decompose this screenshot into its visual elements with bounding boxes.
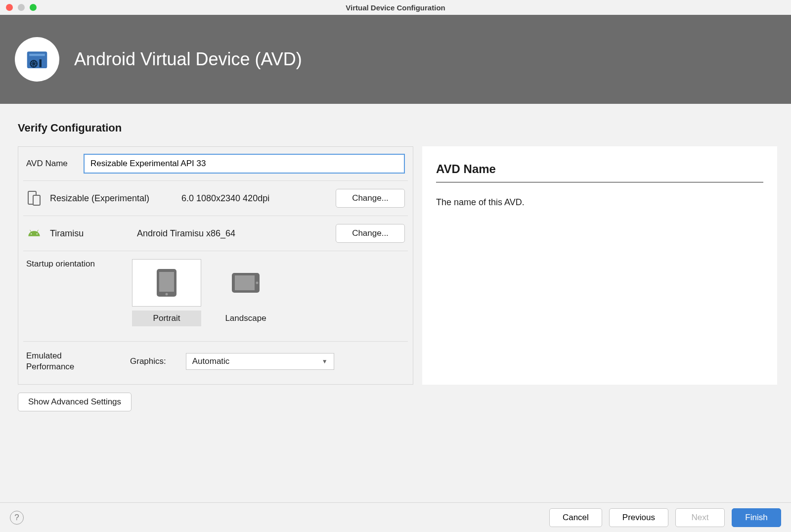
system-image-row: Tiramisu Android Tiramisu x86_64 Change.…	[18, 216, 413, 251]
resizable-device-icon	[26, 190, 42, 206]
next-button: Next	[675, 508, 725, 527]
titlebar: Virtual Device Configuration	[0, 0, 791, 15]
window-title: Virtual Device Configuration	[346, 3, 445, 12]
performance-label: Emulated Performance	[26, 351, 110, 372]
landscape-icon	[231, 272, 261, 294]
device-row: Resizable (Experimental) 6.0 1080x2340 4…	[18, 181, 413, 216]
system-image-spec: Android Tiramisu x86_64	[137, 228, 328, 239]
svg-rect-2	[40, 59, 42, 67]
window-controls	[6, 4, 37, 11]
advanced-settings-row: Show Advanced Settings	[18, 393, 777, 411]
header-banner: Android Virtual Device (AVD)	[0, 15, 791, 104]
svg-point-7	[166, 293, 168, 296]
avd-name-input[interactable]	[84, 154, 405, 174]
orientation-portrait[interactable]: Portrait	[132, 259, 201, 326]
avd-name-row: AVD Name	[18, 147, 413, 180]
footer: ? Cancel Previous Next Finish	[0, 502, 791, 532]
previous-button[interactable]: Previous	[609, 508, 668, 527]
orientation-landscape[interactable]: Landscape	[211, 259, 280, 326]
graphics-select[interactable]: Automatic ▼	[186, 353, 334, 370]
svg-rect-4	[33, 195, 40, 205]
graphics-label: Graphics:	[130, 356, 166, 366]
configuration-panel: AVD Name Resizable (Experimental) 6.0 10…	[18, 146, 413, 385]
svg-point-10	[256, 282, 259, 284]
orientation-label: Startup orientation	[26, 259, 118, 269]
device-name: Resizable (Experimental)	[50, 193, 174, 204]
android-icon	[26, 225, 42, 241]
svg-rect-6	[159, 272, 174, 292]
graphics-select-value: Automatic	[192, 356, 230, 366]
orientation-row: Startup orientation Portrait	[18, 251, 413, 341]
avd-name-label: AVD Name	[26, 159, 76, 169]
performance-row: Emulated Performance Graphics: Automatic…	[18, 342, 413, 384]
help-panel-title: AVD Name	[436, 162, 763, 182]
help-panel: AVD Name The name of this AVD.	[422, 146, 777, 385]
minimize-window-icon	[18, 4, 25, 11]
android-studio-icon	[24, 46, 50, 73]
change-system-image-button[interactable]: Change...	[336, 224, 405, 243]
orientation-landscape-label: Landscape	[225, 313, 266, 323]
maximize-window-icon[interactable]	[30, 4, 37, 11]
device-spec: 6.0 1080x2340 420dpi	[181, 193, 328, 204]
two-column-layout: AVD Name Resizable (Experimental) 6.0 10…	[18, 146, 777, 385]
chevron-down-icon: ▼	[322, 358, 328, 365]
finish-button[interactable]: Finish	[732, 508, 781, 527]
section-title: Verify Configuration	[18, 122, 777, 134]
close-window-icon[interactable]	[6, 4, 13, 11]
orientation-options: Portrait Landscape	[132, 259, 280, 326]
portrait-icon	[156, 268, 177, 298]
orientation-portrait-label: Portrait	[153, 313, 180, 323]
help-icon[interactable]: ?	[10, 511, 24, 525]
help-panel-description: The name of this AVD.	[436, 197, 763, 208]
svg-rect-9	[235, 275, 255, 290]
cancel-button[interactable]: Cancel	[549, 508, 602, 527]
system-image-name: Tiramisu	[50, 228, 129, 239]
content-area: Verify Configuration AVD Name Resizable …	[0, 104, 791, 502]
change-device-button[interactable]: Change...	[336, 189, 405, 208]
page-title: Android Virtual Device (AVD)	[74, 49, 302, 70]
show-advanced-settings-button[interactable]: Show Advanced Settings	[18, 393, 132, 411]
android-studio-logo	[15, 37, 59, 82]
